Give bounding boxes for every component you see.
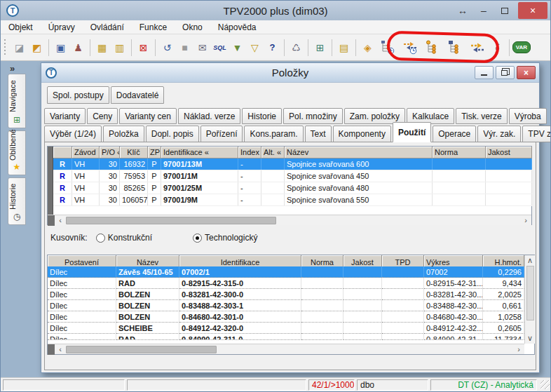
sidebar-tab-historie[interactable]: Historie ◷ [8, 177, 26, 225]
sidebar-collapse-icon[interactable]: » [10, 63, 15, 74]
paperclip-icon[interactable]: ∮ [489, 39, 506, 56]
tab-spol-postupy[interactable]: Spol. postupy [47, 86, 109, 104]
stamp-icon[interactable]: ♟ [69, 39, 87, 56]
tab-kons-param[interactable]: Kons.param. [244, 126, 303, 142]
col-header-nazev[interactable]: Název [285, 147, 433, 158]
col-header-jakost[interactable]: Jakost [486, 147, 532, 158]
message-icon[interactable]: ✉ [193, 39, 211, 56]
sidebar-tab-oblibene[interactable]: Oblíbené ★ [8, 130, 26, 175]
tab-tisk-verze[interactable]: Tisk. verze [456, 108, 508, 124]
delete-field-icon[interactable]: ⊠ [135, 39, 152, 56]
col-header-po[interactable]: P/O « [100, 147, 120, 158]
tab-komponenty[interactable]: Komponenty [333, 126, 391, 142]
dialog-close-button[interactable]: × [517, 66, 536, 79]
transfer-history-icon[interactable] [401, 39, 419, 57]
filter-transfer-icon[interactable]: ▽ [246, 39, 264, 56]
dialog-restore-button[interactable] [496, 66, 515, 79]
var-icon[interactable]: VAR [512, 41, 531, 53]
table-row[interactable]: Dílec BOLZEN 0-84680-42-301-0 0-84680-42… [48, 311, 524, 323]
document-icon[interactable]: ▤ [335, 39, 353, 56]
tab-varianty[interactable]: Varianty [44, 108, 86, 124]
menu-upravy[interactable]: Úpravy [41, 21, 83, 34]
table-row[interactable]: R VH 30 85265 P 97001/25M - Spojnice sva… [53, 182, 532, 194]
tab-dodavatele[interactable]: Dodavatelé [111, 86, 165, 104]
table-row[interactable]: R VH 30 16932 P 97001/13M - Spojnice sva… [53, 158, 532, 170]
menu-okno[interactable]: Okno [175, 21, 210, 34]
scroll-up-icon[interactable]: ∧ [524, 255, 536, 266]
dialog-minimize-button[interactable] [475, 66, 494, 79]
horizontal-scrollbar[interactable]: ‹ › [48, 344, 524, 354]
col-header-index[interactable]: Index [238, 147, 261, 158]
tab-pol-mnoziny[interactable]: Pol. množiny [283, 108, 343, 124]
scroll-left-icon[interactable]: ‹ [55, 215, 66, 226]
menu-objekt[interactable]: Objekt [1, 21, 41, 34]
tab-vyr-zak[interactable]: Výr. zak. [477, 126, 521, 142]
table-row[interactable]: Dílec Závěs 45/10-65 07002/1 07002 0,229… [48, 266, 524, 278]
close-button[interactable]: × [518, 2, 547, 19]
horizontal-scrollbar[interactable]: ‹ › [48, 215, 531, 225]
col-header-klic[interactable]: Klíč [120, 147, 148, 158]
table-row[interactable]: R VH 30 106057 P 97001/9M - Spojnice sva… [53, 194, 532, 206]
col-header-alt[interactable]: Alt. « [261, 147, 285, 158]
object-orange-icon[interactable]: ◩ [28, 39, 46, 56]
menu-funkce[interactable]: Funkce [132, 21, 175, 34]
table-row[interactable]: Dílec RAD 0-82915-42-315-0 0-82915-42-31… [48, 278, 524, 289]
structure-top-icon[interactable] [446, 39, 464, 57]
save-icon[interactable]: ▣ [52, 39, 69, 56]
structure-history-icon[interactable] [379, 39, 397, 57]
vertical-scrollbar[interactable]: ∧ ∨ [524, 255, 535, 344]
tab-varianty-cen[interactable]: Varianty cen [119, 108, 177, 124]
col-header-identifikace[interactable]: Identifikace « [161, 147, 238, 158]
tab-tpv-zak[interactable]: TPV zak. [522, 126, 551, 142]
tab-pouziti[interactable]: Použití [393, 122, 431, 142]
scroll-left-icon[interactable]: ‹ [55, 344, 66, 355]
structure-icon[interactable] [423, 39, 442, 57]
col-header-zp[interactable]: ZP [148, 147, 161, 158]
window-switch-icon[interactable]: ↔ [452, 3, 473, 18]
insert-rows-icon[interactable]: ▦ [93, 39, 111, 56]
db-restore-icon[interactable]: ↺ [158, 39, 176, 56]
tab-naklad-verze[interactable]: Náklad. verze [178, 108, 240, 124]
col-header[interactable] [53, 147, 72, 158]
filter-icon[interactable]: ▼ [229, 39, 246, 56]
sql-icon[interactable]: SQL [211, 39, 229, 56]
menu-napoveda[interactable]: Nápověda [210, 21, 264, 34]
recycle-bin-icon[interactable]: ♺ [287, 39, 305, 56]
table-row[interactable]: Dílec SCHEIBE 0-84912-42-320-0 0-84912-4… [48, 323, 524, 334]
table-row[interactable]: Dílec BOLZEN 0-83488-42-303-1 0-83488-42… [48, 300, 524, 311]
hierarchy-icon[interactable]: ⊞ [311, 39, 329, 56]
tab-operace[interactable]: Operace [433, 126, 476, 142]
scroll-right-icon[interactable]: › [513, 344, 524, 355]
tab-dopl-popis[interactable]: Dopl. popis [146, 126, 199, 142]
tab-text[interactable]: Text [305, 126, 332, 142]
tab-vyroba[interactable]: Výroba [509, 108, 547, 124]
tab-polozka[interactable]: Položka [103, 126, 144, 142]
transfer-icon[interactable] [468, 39, 487, 57]
tab-historie[interactable]: Historie [242, 108, 282, 124]
col-header-norma[interactable]: Norma [433, 147, 486, 158]
scrollbar-thumb[interactable] [66, 346, 217, 353]
table-row-clipped[interactable]: Dílec RAD 0-84990-42-311-0 0-84990-42-31… [48, 334, 524, 340]
table-row[interactable]: Dílec BOLZEN 0-83281-42-300-0 0-83281-42… [48, 289, 524, 300]
tab-porizeni[interactable]: Pořízení [200, 126, 243, 142]
toolbar-grip[interactable] [4, 39, 7, 56]
table-row[interactable]: R VH 30 75953 P 97001/1M - Spojnice svař… [53, 170, 532, 182]
resize-grip[interactable] [540, 380, 550, 389]
radio-konstrukcni[interactable]: Konstrukční [96, 233, 152, 243]
minimize-button[interactable]: – [473, 3, 494, 18]
stop-icon[interactable]: ■ [176, 39, 193, 56]
scroll-down-icon[interactable]: ∨ [524, 333, 536, 344]
help-db-icon[interactable]: ? [264, 39, 281, 56]
col-header-zavod[interactable]: Závod [72, 147, 100, 158]
scroll-right-icon[interactable]: › [520, 215, 531, 226]
radio-technologicky[interactable]: Technologický [193, 233, 257, 243]
maximize-button[interactable] [494, 3, 515, 18]
copy-rows-icon[interactable]: ▥ [111, 39, 128, 56]
menu-ovladani[interactable]: Ovládání [83, 21, 132, 34]
open-box-icon[interactable]: ◈ [359, 39, 376, 56]
scrollbar-thumb[interactable] [526, 266, 534, 320]
tab-ceny[interactable]: Ceny [87, 108, 118, 124]
scrollbar-thumb[interactable] [66, 217, 276, 224]
tab-vyber[interactable]: Výběr (1/24) [44, 126, 102, 142]
object-gray-icon[interactable]: ◪ [11, 39, 28, 56]
